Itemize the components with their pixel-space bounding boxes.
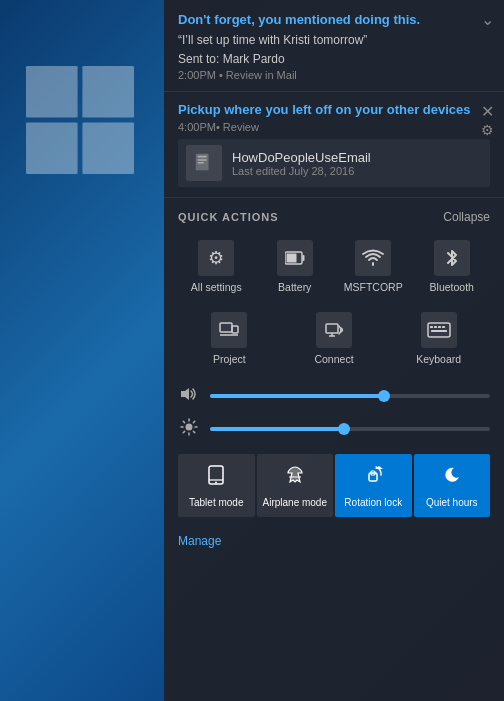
- rotation-lock-label: Rotation lock: [344, 496, 402, 509]
- quiet-hours-icon: [441, 464, 463, 491]
- svg-rect-9: [302, 255, 304, 261]
- keyboard-icon: [421, 312, 457, 348]
- msftcorp-label: MSFTCORP: [344, 281, 403, 294]
- action-battery[interactable]: Battery: [257, 232, 334, 300]
- volume-icon: [178, 386, 200, 406]
- svg-line-32: [183, 431, 184, 432]
- keyboard-label: Keyboard: [416, 353, 461, 366]
- notif1-title: Don't forget, you mentioned doing this.: [178, 12, 490, 29]
- collapse-button[interactable]: Collapse: [443, 210, 490, 224]
- bluetooth-label: Bluetooth: [430, 281, 474, 294]
- svg-rect-6: [198, 160, 207, 161]
- brightness-icon: [178, 418, 200, 440]
- windows-logo: [20, 60, 140, 180]
- svg-line-29: [183, 421, 184, 422]
- tablet-mode-icon: [205, 464, 227, 491]
- svg-line-31: [193, 421, 194, 422]
- project-label: Project: [213, 353, 246, 366]
- notif2-card-sub: Last edited July 28, 2016: [232, 165, 371, 177]
- svg-marker-23: [181, 388, 189, 400]
- action-bluetooth[interactable]: Bluetooth: [414, 232, 491, 300]
- brightness-thumb[interactable]: [338, 423, 350, 435]
- svg-rect-18: [430, 326, 433, 328]
- action-keyboard[interactable]: Keyboard: [387, 304, 490, 372]
- notif1-sent-to: Sent to: Mark Pardo: [178, 51, 490, 68]
- svg-rect-10: [286, 254, 296, 263]
- quiet-hours-label: Quiet hours: [426, 496, 478, 509]
- notif2-settings-icon[interactable]: ⚙: [481, 122, 494, 138]
- notif2-card-title: HowDoPeopleUseEmail: [232, 150, 371, 165]
- all-settings-label: All settings: [191, 281, 242, 294]
- quick-actions-row2: Project Connect: [164, 304, 504, 372]
- manage-link[interactable]: Manage: [178, 534, 221, 548]
- action-center-panel: Don't forget, you mentioned doing this. …: [164, 0, 504, 701]
- tile-tablet-mode[interactable]: Tablet mode: [178, 454, 255, 517]
- notif2-card-text: HowDoPeopleUseEmail Last edited July 28,…: [232, 150, 371, 177]
- battery-label: Battery: [278, 281, 311, 294]
- rotation-lock-icon: [362, 464, 384, 491]
- svg-rect-0: [26, 66, 78, 118]
- svg-rect-21: [442, 326, 445, 328]
- notif2-close-button[interactable]: ✕: [481, 102, 494, 121]
- svg-rect-38: [369, 473, 377, 481]
- svg-rect-11: [220, 323, 232, 332]
- svg-rect-20: [438, 326, 441, 328]
- airplane-mode-label: Airplane mode: [263, 496, 327, 509]
- connect-label: Connect: [314, 353, 353, 366]
- volume-slider-row: [164, 380, 504, 412]
- action-all-settings[interactable]: ⚙ All settings: [178, 232, 255, 300]
- svg-rect-1: [82, 66, 134, 118]
- svg-point-35: [215, 481, 217, 483]
- tablet-mode-label: Tablet mode: [189, 496, 243, 509]
- volume-thumb[interactable]: [378, 390, 390, 402]
- action-project[interactable]: Project: [178, 304, 281, 372]
- svg-rect-3: [82, 122, 134, 174]
- notif2-card[interactable]: HowDoPeopleUseEmail Last edited July 28,…: [178, 139, 490, 187]
- action-connect[interactable]: Connect: [283, 304, 386, 372]
- connect-icon: [316, 312, 352, 348]
- tile-rotation-lock[interactable]: Rotation lock: [335, 454, 412, 517]
- brightness-track[interactable]: [210, 427, 490, 431]
- action-msftcorp[interactable]: MSFTCORP: [335, 232, 412, 300]
- svg-rect-19: [434, 326, 437, 328]
- notification-1: Don't forget, you mentioned doing this. …: [164, 0, 504, 92]
- notif2-title: Pickup where you left off on your other …: [178, 102, 490, 117]
- tile-quiet-hours[interactable]: Quiet hours: [414, 454, 491, 517]
- tile-airplane-mode[interactable]: Airplane mode: [257, 454, 334, 517]
- svg-point-24: [186, 423, 193, 430]
- notif1-subtitle: “I’ll set up time with Kristi tomorrow”: [178, 32, 490, 49]
- quick-actions-label: QUICK ACTIONS: [178, 211, 279, 223]
- quick-actions-row1: ⚙ All settings Battery: [164, 232, 504, 300]
- quick-actions-header: QUICK ACTIONS Collapse: [164, 198, 504, 232]
- wifi-icon: [355, 240, 391, 276]
- tiles-row: Tablet mode Airplane mode Ro: [164, 446, 504, 521]
- airplane-icon: [284, 464, 306, 491]
- manage-row: Manage: [164, 521, 504, 559]
- svg-rect-33: [209, 466, 223, 484]
- svg-rect-12: [232, 326, 238, 333]
- notification-2: Pickup where you left off on your other …: [164, 92, 504, 198]
- volume-track[interactable]: [210, 394, 490, 398]
- notif1-close-button[interactable]: ⌄: [481, 10, 494, 29]
- svg-rect-2: [26, 122, 78, 174]
- bluetooth-icon: [434, 240, 470, 276]
- notif1-meta: 2:00PM • Review in Mail: [178, 69, 490, 81]
- notif2-meta: 4:00PM• Review: [178, 121, 490, 133]
- brightness-fill: [210, 427, 344, 431]
- svg-rect-7: [198, 163, 204, 164]
- svg-rect-14: [326, 324, 338, 333]
- project-icon: [211, 312, 247, 348]
- volume-fill: [210, 394, 384, 398]
- svg-rect-5: [198, 156, 207, 158]
- notif2-card-icon: [186, 145, 222, 181]
- battery-icon: [277, 240, 313, 276]
- svg-rect-22: [431, 330, 447, 332]
- svg-line-30: [193, 431, 194, 432]
- brightness-slider-row: [164, 412, 504, 446]
- settings-icon: ⚙: [198, 240, 234, 276]
